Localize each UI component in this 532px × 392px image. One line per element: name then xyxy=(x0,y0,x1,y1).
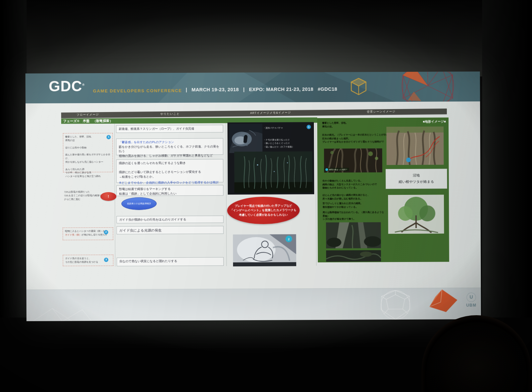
ubm-logo: U UBM xyxy=(465,293,478,308)
flow-note-environment: 鬱蒼とした、密林、沼地、 瘴気の沼 辺りには虫や小動物 絡んだ草や背の高い草をガ… xyxy=(63,133,113,173)
expo-dates-text: EXPO: MARCH 21-23, 2018 xyxy=(249,86,314,92)
step-badge-1: 1 xyxy=(106,135,111,139)
ubm-mark-icon: U xyxy=(466,293,476,302)
separator: | xyxy=(186,87,188,92)
table-header-row: フローイメージ やりたいこと ARTイメージメモ&イメージ 背景シーンイメージ xyxy=(61,108,447,118)
scene-paragraph: シダの胞子が風を受けて舞う。 xyxy=(323,217,355,221)
todo-title-blue: 「鬱蒼感」を出すためのPLのアクション xyxy=(119,140,220,145)
alert-ellipse: ! xyxy=(100,192,116,201)
concept-image-jungle-light xyxy=(326,222,381,248)
scene-paragraph: 苔でびっしりと覆われた巨木の縄根。 着生植物やツタが絡まっている。 xyxy=(323,202,363,209)
orange-polyhedron-icon xyxy=(425,289,459,313)
conference-dates: | MARCH 19-23, 2018 | EXPO: MARCH 21-23,… xyxy=(186,86,337,92)
conference-title: GAME DEVELOPERS CONFERENCE xyxy=(93,88,182,93)
flow-note-line-rest: が飛び出し辺りを照らす xyxy=(81,233,107,236)
todo-body: 痕跡の近くを通ったらそれを気にするような動き 痕跡にたどり着いて静止するとしぐさ… xyxy=(119,161,221,179)
caption-text: 縄根の絡まった場所？ xyxy=(329,168,348,171)
geodesic-sphere-icon xyxy=(384,71,469,102)
flow-note-follow-light: ガイド虫の光を追うと、 その先に獣竜の痕跡を見つける 3 xyxy=(63,255,113,266)
registered-mark: ® xyxy=(82,83,85,87)
svg-text:2: 2 xyxy=(288,238,290,241)
flow-note-text: 鬱蒼とした、密林、沼地、 瘴気の沼 辺りには虫や小動物 絡んだ草や背の高い草をガ… xyxy=(65,135,111,179)
footer-line-art-left xyxy=(29,306,92,321)
dodecahedron-icon xyxy=(365,289,425,320)
column-header-todo: やりたいこと xyxy=(114,111,226,117)
roots-image-overlay: 縄根の絡まった場所？ xyxy=(324,148,382,173)
art-image-panel: ・泥水バチャバチャ ・クモの巣を振り払ったり ・狭いところをくぐったり ・這い進… xyxy=(227,122,314,195)
todo-pl-actions: 「鬱蒼感」を出すためのPLのアクション 藪をかき分けながら走る、狭いところをくぐ… xyxy=(116,138,223,155)
column-header-art: ARTイメージメモ&イメージ xyxy=(226,111,316,116)
terrain-image-title: ■地形イメージ■ xyxy=(385,119,446,124)
todo-light-source: ガイド虫による光源の発生 xyxy=(116,226,223,234)
projection-screen: GDC® GAME DEVELOPERS CONFERENCE | MARCH … xyxy=(25,71,481,321)
camera-note-ellipse: プレイヤー視点で粘液の付いた手アップなど 「インゲームイベント」を意識したカメラ… xyxy=(227,196,300,224)
scene-paragraph: ほとんど光の届かない縄根の間を抜けると、 所々木漏れ日が差し込む場所がある。 xyxy=(323,193,370,200)
flow-note-guide-bug: 暗闇に入るとハンターの腰袋（仮）から ガイド虫（仮）が飛び出し辺りを照らす 2 xyxy=(63,227,113,240)
scene-paragraph: 巨木の根元。（プレイヤーには一本の巨木だということが分から 巨木の根が絡まった場… xyxy=(322,133,391,144)
todo-equipment: 新装備、軽装系？スリンガー（ロープ）、ガイド虫完備 xyxy=(116,125,223,133)
column-header-flow: フローイメージ xyxy=(61,113,114,117)
photo-of-projection: GDC® GAME DEVELOPERS CONFERENCE | MARCH … xyxy=(0,0,532,392)
todo-guide-direction: ガイド虫が痕跡からの行先をほんのりガイドする xyxy=(116,215,223,223)
scene-paragraph: 鬱蒼とした密林、沼地。 瘴気の沼。 xyxy=(322,121,348,128)
plan-check-ellipse: 痕跡周りの企画処理検討 xyxy=(121,197,157,210)
step-badge-2: 2 xyxy=(104,230,108,234)
art-annotation-top: ・泥水バチャバチャ xyxy=(263,126,283,130)
swamp-label-box: 沼地 細い根やツタが絡まる xyxy=(386,169,447,189)
step-badge-3: 3 xyxy=(104,258,108,262)
room-wall xyxy=(0,0,532,76)
concept-sketch-cave xyxy=(229,124,262,153)
todo-note-blue: ※どこまでやるか、企画的に痕跡の入手やロックをどう処理するかは検討 xyxy=(119,180,221,185)
column-divider xyxy=(316,123,317,266)
concept-sketch-hunter: 2 xyxy=(233,234,296,266)
separator: | xyxy=(243,87,245,92)
concept-image-mossy-tree xyxy=(388,195,444,234)
ubm-brand-text: UBM xyxy=(465,303,478,308)
cube-icon xyxy=(350,77,367,96)
gdc-logo: GDC® xyxy=(49,79,85,93)
concept-sketch-swamp-plants xyxy=(234,151,313,193)
dates-text: MARCH 19-23, 2018 xyxy=(192,87,239,92)
todo-bug-hides: 虫なので危ない状況になると隠れたりする xyxy=(117,257,224,266)
concept-image-terrain xyxy=(386,126,444,165)
todo-marking: 獣竜は粘液で縄張りをマーキングする 粘液は「痕跡」として企画的に利用したい xyxy=(116,185,223,196)
art-annotation-list: ・クモの巣を振り払ったり ・狭いところをくぐったり ・這い進んだり（ホフク前進） xyxy=(263,138,294,149)
guide-bug-red-text: ガイド虫（仮） xyxy=(65,233,81,236)
scene-panel: 鬱蒼とした密林、沼地。 瘴気の沼。 巨木の根元。（プレイヤーには一本の巨木だとい… xyxy=(317,117,449,262)
column-header-scene: 背景シーンイメージ xyxy=(316,109,447,114)
hashtag-text: #GDC18 xyxy=(318,86,337,92)
art-badge-1: 1 xyxy=(307,125,311,129)
scene-paragraph: 周りは熱帯植物でおおわれている。（屋久島にあるような景観） xyxy=(323,210,386,218)
scene-paragraph: 虫や小動物がたくさん生息している。 縄根の陰は、大型モンスターが入りこみづらいの… xyxy=(323,179,377,190)
slide-footer-band: U UBM xyxy=(26,288,481,321)
concept-image-strip xyxy=(326,250,381,262)
slide-header-band: GDC® GAME DEVELOPERS CONFERENCE | MARCH … xyxy=(25,71,480,103)
image-caption: 縄根の絡まった場所？ xyxy=(324,168,349,171)
column-divider xyxy=(226,123,227,266)
todo-body: 藪をかき分けながら走る、狭いところをくぐる、ホフク前進、クモの巣を払う 植物の茂… xyxy=(119,144,220,158)
todo-track-behavior: 痕跡の近くを通ったらそれを気にするような動き 痕跡にたどり着いて静止するとしぐさ… xyxy=(116,159,223,183)
caption-dot-icon xyxy=(326,168,328,171)
